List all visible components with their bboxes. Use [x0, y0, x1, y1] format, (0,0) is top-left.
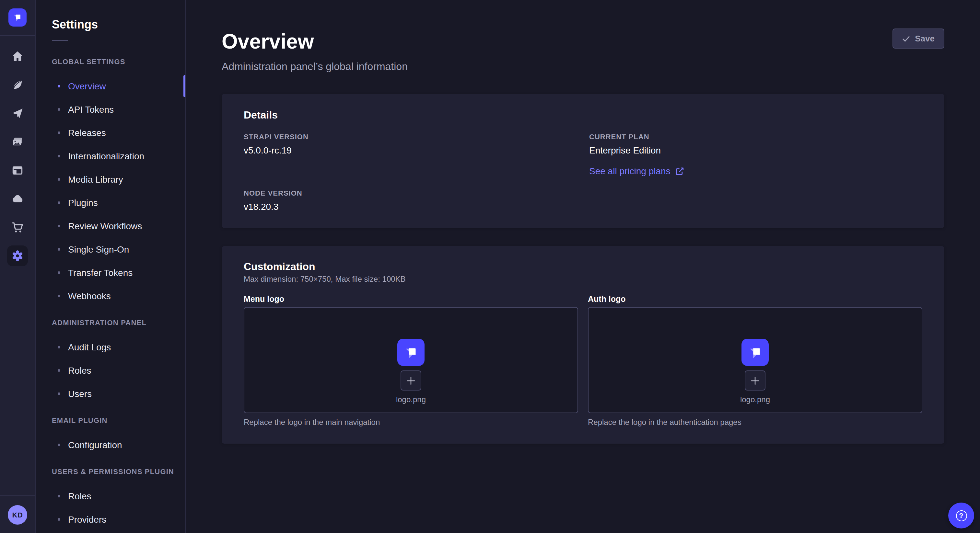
sidebar-item-releases[interactable]: Releases — [36, 121, 185, 144]
marketplace-nav-button[interactable] — [0, 213, 35, 241]
strapi-version-field: STRAPI VERSION v5.0.0-rc.19 — [244, 133, 589, 157]
logo-upload-row: Menu logo — [244, 294, 922, 427]
sidebar-item-label: Roles — [68, 491, 91, 501]
content-type-builder-nav-button[interactable] — [0, 156, 35, 185]
sidebar-item-webhooks[interactable]: Webhooks — [36, 284, 185, 308]
page-title: Overview — [222, 29, 408, 54]
strapi-logo[interactable] — [8, 8, 27, 27]
home-nav-button[interactable] — [0, 42, 35, 71]
user-avatar[interactable]: KD — [8, 505, 27, 524]
sidebar-item-api-tokens[interactable]: API Tokens — [36, 98, 185, 121]
sidebar-item-overview[interactable]: Overview — [36, 75, 185, 98]
content-manager-nav-button[interactable] — [0, 71, 35, 99]
sidebar-item-label: Releases — [68, 128, 106, 138]
strapi-logo-glyph — [12, 12, 23, 23]
node-version-value: v18.20.3 — [244, 200, 589, 213]
media-library-nav-button[interactable] — [0, 128, 35, 156]
sidebar-item-label: Media Library — [68, 174, 123, 185]
releases-nav-button[interactable] — [0, 99, 35, 128]
strapi-logo-glyph — [402, 344, 420, 361]
auth-logo-upload-box[interactable]: logo.png — [588, 307, 922, 413]
auth-logo-filename: logo.png — [740, 394, 770, 405]
page-subtitle: Administration panel’s global informatio… — [222, 60, 408, 74]
section-label-users-permissions-plugin: USERS & PERMISSIONS PLUGIN — [52, 468, 185, 475]
customization-card-title: Customization — [244, 260, 922, 273]
brand-block — [0, 0, 35, 36]
global-settings-list: Overview API Tokens Releases Internation… — [36, 75, 185, 308]
question-mark-icon: ? — [956, 510, 967, 521]
sidebar-item-label: Internationalization — [68, 151, 144, 161]
sidebar-item-media-library[interactable]: Media Library — [36, 168, 185, 191]
current-plan-field: CURRENT PLAN Enterprise Edition — [589, 133, 922, 157]
sidebar-item-single-sign-on[interactable]: Single Sign-On — [36, 238, 185, 261]
email-plugin-list: Configuration — [36, 433, 185, 457]
paper-plane-icon — [11, 107, 24, 120]
node-version-label: NODE VERSION — [244, 189, 589, 198]
bullet-icon — [58, 85, 60, 87]
sidebar-item-up-roles[interactable]: Roles — [36, 484, 185, 508]
sidebar-item-label: Providers — [68, 514, 106, 525]
help-button[interactable]: ? — [948, 503, 974, 528]
active-item-indicator — [183, 75, 185, 97]
sidebar-item-audit-logs[interactable]: Audit Logs — [36, 335, 185, 359]
bullet-icon — [58, 444, 60, 446]
menu-logo-upload-box[interactable]: logo.png — [244, 307, 578, 413]
cloud-icon — [11, 192, 24, 205]
save-button[interactable]: Save — [892, 29, 944, 49]
sidebar-item-label: Users — [68, 389, 92, 399]
menu-logo-add-button[interactable] — [401, 370, 421, 390]
administration-panel-list: Audit Logs Roles Users — [36, 335, 185, 405]
bullet-icon — [58, 271, 60, 274]
auth-logo-column: Auth logo — [588, 294, 922, 427]
sidebar-item-label: Configuration — [68, 440, 122, 450]
bullet-icon — [58, 108, 60, 111]
menu-logo-hint: Replace the logo in the main navigation — [244, 417, 578, 427]
subnav-title-rule — [52, 40, 68, 41]
bullet-icon — [58, 132, 60, 134]
section-label-email-plugin: EMAIL PLUGIN — [52, 416, 185, 424]
home-icon — [11, 50, 24, 63]
sidebar-item-transfer-tokens[interactable]: Transfer Tokens — [36, 261, 185, 284]
strapi-admin-app: KD Settings GLOBAL SETTINGS Overview API… — [0, 0, 980, 533]
bullet-icon — [58, 178, 60, 181]
page-header-text: Overview Administration panel’s global i… — [222, 29, 408, 74]
node-version-field: NODE VERSION v18.20.3 — [244, 189, 589, 213]
strapi-version-value: v5.0.0-rc.19 — [244, 144, 589, 157]
sidebar-item-plugins[interactable]: Plugins — [36, 191, 185, 214]
menu-logo-column: Menu logo — [244, 294, 578, 427]
sidebar-item-email-configuration[interactable]: Configuration — [36, 433, 185, 457]
settings-nav-button-active[interactable] — [0, 241, 35, 270]
sidebar-item-review-workflows[interactable]: Review Workflows — [36, 214, 185, 238]
deploy-nav-button[interactable] — [0, 185, 35, 213]
auth-logo-preview — [741, 339, 769, 366]
sidebar-item-internationalization[interactable]: Internationalization — [36, 144, 185, 168]
details-card: Details STRAPI VERSION v5.0.0-rc.19 NODE… — [222, 94, 944, 228]
bullet-icon — [58, 248, 60, 251]
sidebar-item-label: Webhooks — [68, 291, 111, 301]
bullet-icon — [58, 346, 60, 348]
feather-icon — [11, 78, 24, 91]
auth-logo-label: Auth logo — [588, 294, 922, 305]
sidebar-item-admin-roles[interactable]: Roles — [36, 359, 185, 382]
bullet-icon — [58, 392, 60, 395]
auth-logo-hint: Replace the logo in the authentication p… — [588, 417, 922, 427]
auth-logo-add-button[interactable] — [745, 370, 765, 390]
sidebar-item-admin-users[interactable]: Users — [36, 382, 185, 405]
bullet-icon — [58, 295, 60, 297]
users-permissions-list: Roles Providers — [36, 484, 185, 531]
check-icon — [902, 35, 910, 43]
details-left-column: STRAPI VERSION v5.0.0-rc.19 NODE VERSION… — [244, 133, 589, 213]
main-content: Overview Administration panel’s global i… — [186, 0, 980, 533]
gear-icon — [11, 249, 24, 262]
bullet-icon — [58, 201, 60, 204]
customization-card: Customization Max dimension: 750×750, Ma… — [222, 246, 944, 444]
sidebar-item-label: API Tokens — [68, 104, 114, 115]
pricing-plans-link[interactable]: See all pricing plans — [589, 165, 684, 178]
sidebar-item-up-providers[interactable]: Providers — [36, 508, 185, 531]
rail-footer: KD — [0, 495, 35, 533]
external-link-icon — [676, 167, 684, 175]
bullet-icon — [58, 495, 60, 497]
current-plan-label: CURRENT PLAN — [589, 133, 922, 141]
menu-logo-label: Menu logo — [244, 294, 578, 305]
pricing-plans-link-label: See all pricing plans — [589, 165, 670, 178]
